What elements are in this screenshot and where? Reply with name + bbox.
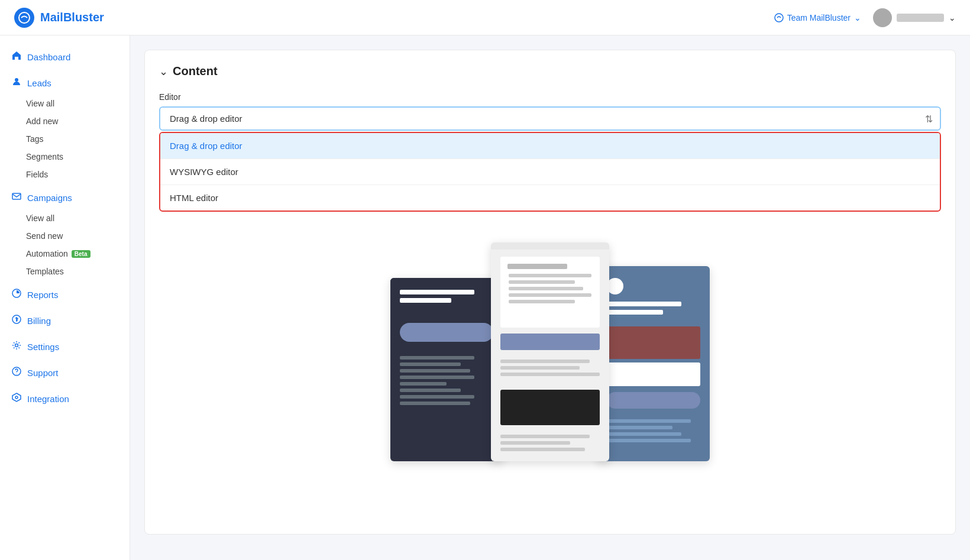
topnav: MailBluster Team MailBluster ⌄ ⌄ (0, 0, 970, 35)
collapse-arrow-icon[interactable]: ⌄ (159, 65, 168, 78)
user-area[interactable]: ⌄ (873, 8, 956, 27)
support-icon (12, 367, 21, 378)
svg-point-1 (775, 14, 783, 22)
sidebar-section-reports: Reports (0, 283, 130, 306)
sidebar-section-settings: Settings (0, 335, 130, 358)
sidebar-section-integration: Integration (0, 387, 130, 410)
email-templates-illustration (373, 242, 728, 461)
sidebar-leads-segments[interactable]: Segments (0, 148, 130, 166)
sidebar-leads-addnew[interactable]: Add new (0, 112, 130, 130)
svg-marker-8 (12, 393, 21, 402)
sidebar-dashboard-label: Dashboard (27, 52, 70, 62)
sidebar-section-campaigns: Campaigns View all Send new Automation B… (0, 186, 130, 280)
sidebar-billing-label: Billing (27, 316, 51, 326)
editor-select-wrapper: Drag & drop editor WYSIWYG editor HTML e… (159, 106, 941, 131)
sidebar: Dashboard Leads View all Add new Tags Se… (0, 35, 130, 560)
dropdown-option-html[interactable]: HTML editor (160, 185, 940, 211)
sidebar-item-campaigns[interactable]: Campaigns (0, 186, 130, 209)
sidebar-item-settings[interactable]: Settings (0, 335, 130, 358)
section-header: ⌄ Content (159, 64, 941, 78)
section-title: Content (173, 64, 218, 78)
billing-icon (12, 315, 21, 326)
sidebar-leads-label: Leads (27, 78, 51, 88)
illustration-area (159, 231, 941, 473)
logo-area: MailBluster (14, 8, 104, 28)
sidebar-item-leads[interactable]: Leads (0, 71, 130, 95)
team-button[interactable]: Team MailBluster ⌄ (774, 13, 861, 22)
template-card-blue (597, 266, 710, 461)
sidebar-item-support[interactable]: Support (0, 361, 130, 384)
svg-point-0 (19, 12, 30, 23)
sidebar-reports-label: Reports (27, 290, 59, 300)
home-icon (12, 51, 21, 63)
sidebar-integration-label: Integration (27, 394, 69, 404)
svg-point-6 (15, 344, 18, 347)
nav-right: Team MailBluster ⌄ ⌄ (774, 8, 956, 27)
sidebar-campaigns-templates[interactable]: Templates (0, 263, 130, 280)
sidebar-campaigns-sendnew[interactable]: Send new (0, 227, 130, 245)
editor-select[interactable]: Drag & drop editor WYSIWYG editor HTML e… (159, 106, 941, 131)
svg-point-2 (15, 78, 18, 82)
sidebar-item-reports[interactable]: Reports (0, 283, 130, 306)
person-icon (12, 77, 21, 89)
sidebar-campaigns-label: Campaigns (27, 193, 72, 203)
settings-icon (12, 341, 21, 352)
team-icon (774, 13, 784, 22)
dropdown-option-wysiwyg[interactable]: WYSIWYG editor (160, 159, 940, 184)
avatar (873, 8, 892, 27)
dropdown-option-drag-drop[interactable]: Drag & drop editor (160, 133, 940, 158)
sidebar-item-integration[interactable]: Integration (0, 387, 130, 410)
sidebar-campaigns-viewall[interactable]: View all (0, 209, 130, 227)
team-chevron-icon: ⌄ (854, 13, 861, 22)
template-card-light (491, 242, 609, 461)
svg-rect-3 (12, 193, 21, 199)
sidebar-section-dashboard: Dashboard (0, 45, 130, 69)
sidebar-support-label: Support (27, 368, 59, 378)
chart-icon (12, 289, 21, 300)
sidebar-leads-viewall[interactable]: View all (0, 95, 130, 112)
sidebar-item-billing[interactable]: Billing (0, 309, 130, 332)
sidebar-leads-tags[interactable]: Tags (0, 130, 130, 148)
logo-icon (14, 8, 34, 28)
content-card: ⌄ Content Editor Drag & drop editor WYSI… (144, 50, 956, 535)
team-name: Team MailBluster (787, 13, 851, 22)
email-icon (12, 192, 21, 203)
sidebar-campaigns-automation[interactable]: Automation Beta (0, 245, 130, 263)
user-name-blurred (897, 14, 944, 22)
layout: Dashboard Leads View all Add new Tags Se… (0, 35, 970, 560)
sidebar-leads-fields[interactable]: Fields (0, 166, 130, 183)
beta-badge: Beta (72, 250, 90, 258)
sidebar-section-leads: Leads View all Add new Tags Segments Fie… (0, 71, 130, 183)
editor-dropdown: Drag & drop editor WYSIWYG editor HTML e… (159, 132, 941, 212)
sidebar-section-support: Support (0, 361, 130, 384)
svg-point-9 (15, 396, 18, 399)
sidebar-item-dashboard[interactable]: Dashboard (0, 45, 130, 69)
sidebar-section-billing: Billing (0, 309, 130, 332)
user-chevron-icon: ⌄ (949, 13, 956, 22)
logo-text: MailBluster (40, 11, 104, 24)
sidebar-settings-label: Settings (27, 342, 59, 352)
editor-label: Editor (159, 92, 941, 102)
integration-icon (12, 393, 21, 404)
template-card-dark (390, 278, 503, 461)
main-content: ⌄ Content Editor Drag & drop editor WYSI… (130, 35, 970, 560)
